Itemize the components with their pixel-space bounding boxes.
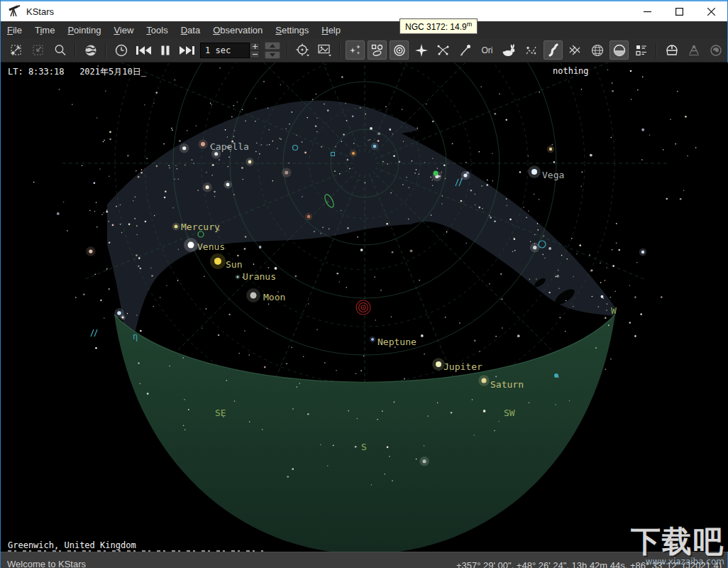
sky-label-neptune[interactable]: Neptune [377, 337, 417, 347]
solar-system-icon [392, 43, 407, 58]
bright-star[interactable] [373, 145, 376, 148]
bright-star[interactable] [352, 152, 355, 155]
bright-star[interactable] [549, 148, 552, 151]
ekos-button[interactable] [706, 40, 725, 60]
collapse-button[interactable] [28, 40, 48, 60]
up-arrow-icon [270, 44, 275, 48]
whats-interesting-button[interactable] [632, 40, 651, 60]
dso-marker[interactable] [91, 329, 97, 337]
time-backward-button[interactable] [133, 40, 153, 60]
toggle-flags-button[interactable] [456, 40, 475, 60]
bright-star[interactable] [641, 251, 644, 253]
sky-label-moon[interactable]: Moon [263, 292, 285, 302]
bright-star[interactable] [307, 215, 310, 218]
toggle-constellation-art-button[interactable] [500, 40, 519, 60]
time-unit-buttons [265, 42, 280, 59]
toggle-planets-button[interactable] [390, 40, 409, 60]
toolbar: 1 sec [1, 38, 727, 62]
bright-star[interactable] [121, 316, 123, 318]
time-unit-down-button[interactable] [265, 51, 280, 59]
neptune-dot[interactable] [371, 338, 374, 341]
indi-control-button[interactable] [684, 40, 703, 60]
pointing-button[interactable] [293, 40, 312, 60]
time-infobox[interactable]: LT: 8:33:18 2021年5月10日_ [8, 66, 146, 78]
time-forward-button[interactable] [177, 40, 197, 60]
toolbar-separator [287, 43, 288, 58]
toggle-equatorial-grid-button[interactable] [566, 40, 585, 60]
set-location-button[interactable] [81, 40, 100, 60]
toggle-constellation-boundaries-button[interactable] [522, 40, 541, 60]
sky-label-cardinal-se[interactable]: SE [215, 408, 226, 418]
toggle-horizontal-grid-button[interactable] [588, 40, 607, 60]
fov-symbol-button[interactable] [315, 40, 334, 60]
menu-data[interactable]: Data [175, 23, 206, 38]
menu-time[interactable]: Time [28, 23, 61, 38]
saturn-dot[interactable] [482, 378, 487, 383]
menu-settings[interactable]: Settings [269, 23, 315, 38]
target-icon [295, 43, 311, 58]
sky-label-saturn[interactable]: Saturn [490, 379, 524, 390]
menu-pointing[interactable]: Pointing [61, 23, 107, 38]
toggle-ground-button[interactable] [610, 40, 629, 60]
uranus-dot[interactable] [236, 275, 238, 278]
capella-star[interactable] [201, 142, 205, 146]
mercury-dot[interactable] [175, 225, 178, 229]
vega-star[interactable] [531, 169, 537, 175]
toggle-milky-way-button[interactable] [544, 40, 563, 60]
milky-way-icon [546, 43, 561, 58]
minimize-button[interactable] [632, 1, 663, 21]
toggle-time-button[interactable] [155, 40, 175, 60]
set-time-button[interactable] [111, 40, 131, 60]
focus-infobox[interactable]: nothing [553, 66, 589, 76]
venus-dot[interactable] [188, 242, 194, 248]
sky-label-cardinal-s[interactable]: S [361, 442, 367, 452]
sky-label-cardinal-sw[interactable]: SW [504, 408, 515, 418]
maximize-button[interactable] [663, 1, 695, 21]
bright-star[interactable] [117, 311, 121, 315]
time-unit-up-button[interactable] [265, 42, 280, 50]
toggle-supernovae-button[interactable] [412, 40, 431, 60]
rewind-icon [135, 44, 152, 57]
sky-label-uranus[interactable]: Uranus [243, 271, 276, 282]
bright-star[interactable] [463, 173, 467, 177]
toolbar-separator [105, 43, 106, 58]
close-button[interactable] [695, 1, 727, 21]
object-tooltip: NGC 3172: 14.9m [399, 18, 478, 34]
sky-canvas[interactable]: CapellaVegaMercuryVenusSunUranusMoonNept… [1, 62, 728, 552]
menu-file[interactable]: File [1, 23, 28, 38]
toggle-constellation-lines-button[interactable] [434, 40, 453, 60]
toggle-stars-button[interactable] [346, 40, 365, 60]
toggle-constellation-names-button[interactable]: Ori [478, 40, 497, 60]
bright-star[interactable] [226, 183, 230, 187]
time-step-increase-button[interactable] [250, 43, 260, 50]
menu-help[interactable]: Help [315, 23, 347, 38]
sky-label-venus[interactable]: Venus [197, 241, 225, 252]
jupiter-dot[interactable] [436, 361, 441, 367]
sky-label-mercury[interactable]: Mercury [181, 222, 220, 232]
sky-label-capella[interactable]: Capella [210, 141, 249, 152]
find-object-button[interactable] [50, 40, 70, 60]
sky-label-jupiter[interactable]: Jupiter [443, 361, 482, 372]
observatory-button[interactable] [662, 40, 681, 60]
location-infobox[interactable]: Greenwich, United Kingdom [8, 540, 136, 550]
sky-label-sun[interactable]: Sun [226, 259, 242, 270]
sky-label-eta-star[interactable]: η [133, 332, 138, 342]
sky-map[interactable]: CapellaVegaMercuryVenusSunUranusMoonNept… [1, 62, 728, 552]
bright-star[interactable] [248, 160, 252, 164]
kstars-app-icon [7, 5, 21, 18]
expand-button[interactable] [6, 40, 26, 60]
dome-icon [665, 43, 679, 58]
sky-label-cardinal-w[interactable]: W [611, 305, 617, 316]
menu-view[interactable]: View [107, 23, 140, 38]
time-step-field[interactable]: 1 sec [200, 43, 250, 58]
toggle-deep-sky-button[interactable] [368, 40, 387, 60]
list-icon [634, 43, 649, 58]
sky-label-vega[interactable]: Vega [542, 170, 564, 180]
menu-tools[interactable]: Tools [140, 23, 174, 38]
sun-dot[interactable] [214, 258, 221, 265]
dso-marker[interactable] [554, 373, 558, 378]
moon-dot[interactable] [250, 293, 257, 299]
menu-observation[interactable]: Observation [206, 23, 269, 38]
time-step-decrease-button[interactable] [250, 50, 260, 58]
dso-marker[interactable] [434, 171, 439, 176]
